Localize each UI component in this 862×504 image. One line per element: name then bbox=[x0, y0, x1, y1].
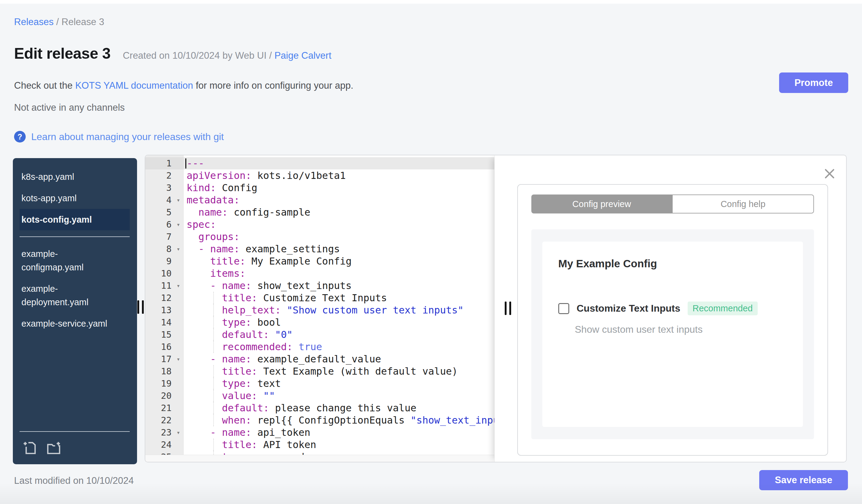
indent-guide bbox=[213, 439, 214, 451]
line-number: 12 bbox=[145, 293, 173, 303]
editor-code: ---apiVersion: kots.io/v1beta1kind: Conf… bbox=[184, 155, 494, 462]
config-render-area: My Example Config Customize Text Inputs … bbox=[531, 229, 814, 439]
indent-guide bbox=[213, 389, 214, 402]
gutter-line: 5 bbox=[145, 206, 183, 218]
code-line: default: "0" bbox=[186, 329, 494, 341]
line-number: 18 bbox=[145, 366, 173, 376]
add-file-icon[interactable] bbox=[22, 440, 37, 456]
question-icon[interactable]: ? bbox=[14, 131, 26, 143]
docs-note-suffix: for more info on configuring your app. bbox=[193, 80, 353, 91]
code-line: title: My Example Config bbox=[186, 255, 494, 267]
line-number: 16 bbox=[145, 342, 173, 352]
line-number: 21 bbox=[145, 403, 173, 413]
text-cursor bbox=[185, 158, 186, 169]
config-item-row: Customize Text Inputs Recommended bbox=[558, 302, 787, 315]
line-number: 8 bbox=[145, 244, 173, 254]
tab-config-preview[interactable]: Config preview bbox=[531, 195, 672, 213]
code-line: title: Text Example (with default value) bbox=[186, 365, 494, 377]
indent-guide bbox=[213, 316, 214, 329]
indent-guide bbox=[213, 341, 214, 353]
kots-yaml-docs-link[interactable]: KOTS YAML documentation bbox=[75, 80, 193, 91]
created-text: Created on 10/10/2024 by Web UI / bbox=[123, 50, 274, 61]
line-number: 20 bbox=[145, 390, 173, 401]
top-edge bbox=[0, 0, 862, 4]
close-icon[interactable] bbox=[823, 168, 836, 180]
line-number: 3 bbox=[145, 183, 173, 193]
fold-arrow-icon[interactable]: ▾ bbox=[173, 194, 183, 206]
code-line: title: API token bbox=[186, 439, 494, 451]
gutter-line: 11▾ bbox=[145, 279, 183, 292]
gutter-line: 18 bbox=[145, 365, 183, 377]
sidebar-item-kots-app-yaml[interactable]: kots-app.yaml bbox=[19, 187, 130, 209]
gutter-line: 19 bbox=[145, 377, 183, 389]
gutter-line: 1 bbox=[145, 157, 183, 170]
sidebar-item-example-configmap-yaml[interactable]: example-configmap.yaml bbox=[19, 243, 130, 278]
indent-guide bbox=[213, 329, 214, 341]
gutter-line: 17▾ bbox=[145, 353, 183, 365]
gutter-line: 24 bbox=[145, 439, 183, 451]
promote-button[interactable]: Promote bbox=[779, 72, 848, 93]
breadcrumb-releases-link[interactable]: Releases bbox=[14, 16, 53, 27]
breadcrumb-separator: / bbox=[53, 16, 62, 27]
sidebar-item-example-deployment-yaml[interactable]: example-deployment.yaml bbox=[19, 278, 130, 313]
line-number: 19 bbox=[145, 378, 173, 389]
customize-text-inputs-checkbox[interactable] bbox=[558, 303, 569, 314]
code-line: groups: bbox=[186, 230, 494, 243]
file-list-divider bbox=[19, 236, 130, 237]
line-number: 5 bbox=[145, 207, 173, 217]
gutter-line: 7 bbox=[145, 230, 183, 243]
save-release-button[interactable]: Save release bbox=[759, 470, 848, 490]
sidebar-item-kots-config-yaml[interactable]: kots-config.yaml bbox=[19, 209, 130, 230]
docs-note: Check out the KOTS YAML documentation fo… bbox=[14, 80, 353, 91]
line-number: 11 bbox=[145, 280, 173, 291]
code-line: - name: example_settings bbox=[186, 243, 494, 255]
editor-gutter: 1234▾56▾78▾91011▾121314151617▾1819202122… bbox=[145, 155, 184, 462]
yaml-editor[interactable]: 1234▾56▾78▾91011▾121314151617▾1819202122… bbox=[145, 155, 494, 462]
git-help-link[interactable]: Learn about managing your releases with … bbox=[31, 131, 224, 143]
gutter-line: 14 bbox=[145, 316, 183, 329]
created-meta: Created on 10/10/2024 by Web UI / Paige … bbox=[123, 50, 331, 61]
tab-config-help[interactable]: Config help bbox=[672, 195, 814, 213]
line-number: 17 bbox=[145, 354, 173, 364]
sidebar-item-example-service-yaml[interactable]: example-service.yaml bbox=[19, 313, 130, 334]
fold-arrow-icon[interactable]: ▾ bbox=[173, 218, 183, 230]
gutter-line: 12 bbox=[145, 292, 183, 304]
config-item-label: Customize Text Inputs bbox=[577, 303, 680, 314]
fold-arrow-icon[interactable]: ▾ bbox=[173, 426, 183, 439]
file-sidebar: k8s-app.yamlkots-app.yamlkots-config.yam… bbox=[13, 158, 137, 464]
breadcrumb-current: Release 3 bbox=[62, 16, 104, 27]
line-number: 7 bbox=[145, 231, 173, 242]
code-line: items: bbox=[186, 267, 494, 279]
last-modified-text: Last modified on 10/10/2024 bbox=[14, 475, 134, 486]
preview-resize-handle[interactable] bbox=[505, 302, 511, 315]
code-line: recommended: true bbox=[186, 341, 494, 353]
fold-arrow-icon[interactable]: ▾ bbox=[173, 279, 183, 292]
editor-horizontal-scrollbar[interactable] bbox=[145, 455, 494, 462]
page-title: Edit release 3 bbox=[14, 45, 110, 62]
sidebar-resize-handle[interactable] bbox=[138, 300, 144, 314]
preview-tab-group: Config preview Config help bbox=[531, 195, 814, 213]
sidebar-item-k8s-app-yaml[interactable]: k8s-app.yaml bbox=[19, 166, 130, 187]
code-line: help_text: "Show custom user text inputs… bbox=[186, 304, 494, 316]
line-number: 24 bbox=[145, 439, 173, 450]
gutter-line: 15 bbox=[145, 329, 183, 341]
indent-guide bbox=[213, 402, 214, 414]
fold-arrow-icon[interactable]: ▾ bbox=[173, 243, 183, 255]
channel-status: Not active in any channels bbox=[14, 102, 125, 113]
indent-guide bbox=[213, 365, 214, 377]
indent-guide bbox=[213, 377, 214, 389]
code-line: default: please change this value bbox=[186, 402, 494, 414]
gutter-line: 10 bbox=[145, 267, 183, 279]
fold-arrow-icon[interactable]: ▾ bbox=[173, 353, 183, 365]
breadcrumb: Releases / Release 3 bbox=[14, 16, 104, 27]
code-line: spec: bbox=[186, 218, 494, 230]
code-line: metadata: bbox=[186, 194, 494, 206]
add-folder-icon[interactable] bbox=[46, 440, 61, 456]
gutter-line: 23▾ bbox=[145, 426, 183, 439]
indent-guide bbox=[213, 304, 214, 316]
line-number: 23 bbox=[145, 427, 173, 438]
config-card: Config preview Config help My Example Co… bbox=[517, 184, 828, 456]
line-number: 14 bbox=[145, 317, 173, 328]
gutter-line: 16 bbox=[145, 341, 183, 353]
author-link[interactable]: Paige Calvert bbox=[274, 50, 331, 61]
